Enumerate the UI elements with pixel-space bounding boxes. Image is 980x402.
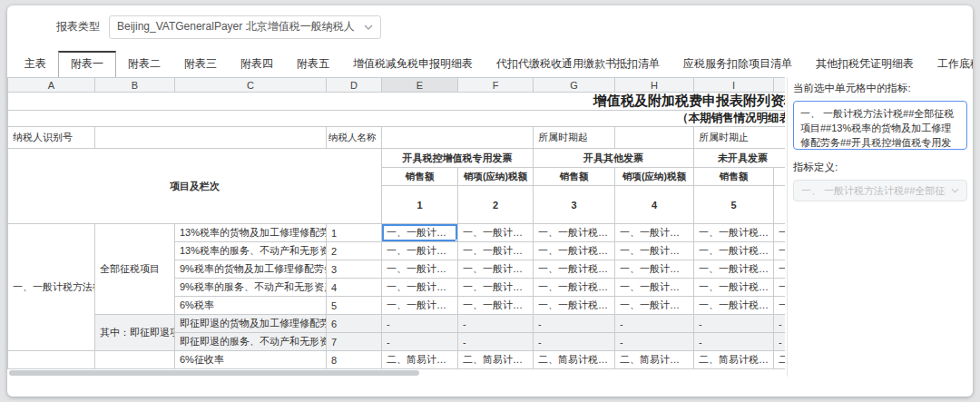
data-cell-link[interactable]: 一、一般计税方... (694, 260, 774, 279)
data-cell-dash[interactable]: - (534, 315, 615, 333)
output-tax-header[interactable]: 销项(应纳)税额 (458, 168, 534, 186)
data-cell-link[interactable]: 一、一般计税方... (615, 260, 694, 279)
column-number[interactable]: 3 (534, 186, 615, 224)
data-cell-link[interactable]: 一、一般计税方... (694, 297, 774, 315)
output-tax-header[interactable]: 销项(应纳)税额 (615, 168, 694, 186)
items-and-rows-header[interactable]: 项目及栏次 (8, 149, 382, 224)
data-cell-link-partial[interactable]: 一、一般计税方... (774, 242, 786, 260)
row-number[interactable]: 1 (327, 224, 382, 242)
column-header-a[interactable]: A (8, 78, 95, 93)
data-cell-dash-partial[interactable]: - (774, 333, 786, 351)
data-cell-link[interactable]: 一、一般计税方... (694, 279, 774, 297)
section-general-tax[interactable]: 一、一般计税方法征税 (8, 224, 95, 351)
data-cell-link-partial[interactable]: 一、一般计税方... (774, 279, 786, 297)
group-special-invoice-header[interactable]: 开具税控增值税专用发票 (382, 149, 534, 168)
data-cell-link[interactable]: 二、简易计税方... (458, 351, 534, 369)
row-label[interactable]: 13%税率的货物及加工修理修配劳务 (175, 224, 327, 242)
sub-header-partial[interactable] (774, 168, 786, 186)
data-cell-link[interactable]: 一、一般计税方... (534, 279, 615, 297)
data-cell-link-partial[interactable]: 二、简易计税方... (774, 351, 786, 369)
data-cell-link-partial[interactable]: 一、一般计税方... (774, 297, 786, 315)
section-all-taxable[interactable]: 全部征税项目 (95, 224, 175, 315)
column-number[interactable]: 4 (615, 186, 694, 224)
data-cell-link[interactable]: 一、一般计税方... (458, 279, 534, 297)
taxpayer-name-label[interactable]: 纳税人名称 (327, 127, 382, 149)
column-header-i[interactable]: I (694, 78, 774, 93)
tab-main-sheet[interactable]: 主表 (13, 51, 58, 77)
group-no-invoice-header[interactable]: 未开具发票 (694, 149, 786, 168)
sales-amount-header[interactable]: 销售额 (534, 168, 615, 186)
row-number[interactable]: 8 (327, 351, 382, 369)
column-number[interactable]: 5 (694, 186, 774, 224)
indicator-textarea[interactable]: 一、 一般计税方法计税##全部征税项目##13%税率的货物及加工修理修配劳务##… (793, 101, 967, 150)
data-cell-link[interactable]: 一、一般计税方... (458, 242, 534, 260)
data-cell-link[interactable]: 一、一般计税方... (534, 260, 615, 279)
row-label[interactable]: 6%征收率 (175, 351, 327, 369)
data-cell-dash[interactable]: - (382, 315, 458, 333)
period-start-value-cell[interactable] (615, 127, 694, 149)
section-refund[interactable]: 其中：即征即退项目 (95, 315, 175, 351)
data-cell-link[interactable]: 一、一般计税方... (458, 224, 534, 242)
row-number[interactable]: 5 (327, 297, 382, 315)
tab-appendix-5[interactable]: 附表五 (285, 51, 341, 77)
data-cell-link[interactable]: 二、简易计税方... (382, 351, 458, 369)
data-cell-link-partial[interactable]: 一、一般计税方... (774, 260, 786, 279)
group-other-invoice-header[interactable]: 开具其他发票 (534, 149, 694, 168)
tab-withholding-deduction-list[interactable]: 代扣代缴税收通用缴款书抵扣清单 (485, 51, 671, 77)
data-cell-link[interactable]: 一、一般计税方... (615, 297, 694, 315)
report-type-select[interactable]: Beijing_VATGeneralPayer 北京增值税一般纳税人，适用于通用… (109, 15, 381, 39)
tab-appendix-2[interactable]: 附表二 (116, 51, 172, 77)
row-number[interactable]: 7 (327, 333, 382, 351)
column-header-c[interactable]: C (175, 78, 327, 93)
column-header-partial[interactable] (774, 78, 786, 93)
column-number[interactable]: 2 (458, 186, 534, 224)
data-cell-dash[interactable]: - (615, 315, 694, 333)
row-number[interactable]: 2 (327, 242, 382, 260)
row-label[interactable]: 即征即退的服务、不动产和无形资产 (175, 333, 327, 351)
data-cell-link[interactable]: 二、简易计税方... (534, 351, 615, 369)
row-label[interactable]: 9%税率的货物及加工修理修配劳务 (175, 260, 327, 279)
sales-amount-header[interactable]: 销售额 (382, 168, 458, 186)
taxpayer-id-value-cell[interactable] (95, 127, 327, 149)
data-cell-dash[interactable]: - (458, 315, 534, 333)
taxpayer-name-value-cell[interactable] (382, 127, 534, 149)
title-row[interactable]: 增值税及附加税费申报表附列资料（一） (8, 93, 786, 111)
column-header-f[interactable]: F (458, 78, 534, 93)
data-cell-link[interactable]: 二、简易计税方... (694, 351, 774, 369)
column-header-g[interactable]: G (534, 78, 615, 93)
tab-worksheet[interactable]: 工作底稿 (926, 51, 973, 77)
data-cell-dash[interactable]: - (694, 315, 774, 333)
column-header-h[interactable]: H (615, 78, 694, 93)
row-label[interactable]: 9%税率的服务、不动产和无形资产 (175, 279, 327, 297)
tab-appendix-1[interactable]: 附表一 (58, 51, 116, 78)
row-number[interactable]: 3 (327, 260, 382, 279)
period-end-label[interactable]: 所属时期止 (694, 127, 786, 149)
data-cell-dash[interactable]: - (694, 333, 774, 351)
section-next-partial[interactable] (8, 351, 95, 369)
row-label[interactable]: 即征即退的货物及加工修理修配劳务 (175, 315, 327, 333)
data-cell-link[interactable]: 一、一般计税方... (534, 224, 615, 242)
column-number[interactable]: 1 (382, 186, 458, 224)
row-label[interactable]: 6%税率 (175, 297, 327, 315)
selected-cell[interactable]: 一、一般计税方... (382, 224, 458, 242)
data-cell-link[interactable]: 一、一般计税方... (615, 242, 694, 260)
data-cell-link[interactable]: 二、简易计税方... (615, 351, 694, 369)
row-label[interactable]: 13%税率的服务、不动产和无形资产 (175, 242, 327, 260)
tab-appendix-3[interactable]: 附表三 (172, 51, 229, 77)
data-cell-link[interactable]: 一、一般计税方... (382, 260, 458, 279)
column-header-b[interactable]: B (95, 78, 175, 93)
row-number[interactable]: 4 (327, 279, 382, 297)
period-start-label[interactable]: 所属时期起 (534, 127, 615, 149)
section-next-sub-partial[interactable] (95, 351, 175, 369)
tab-taxable-service-deduction-list[interactable]: 应税服务扣除项目清单 (671, 51, 804, 77)
data-cell-dash[interactable]: - (534, 333, 615, 351)
data-cell-link[interactable]: 一、一般计税方... (534, 242, 615, 260)
column-header-d[interactable]: D (327, 78, 382, 93)
row-number[interactable]: 6 (327, 315, 382, 333)
column-header-e[interactable]: E (382, 78, 458, 93)
tab-other-tax-voucher-detail[interactable]: 其他扣税凭证明细表 (804, 51, 926, 77)
data-cell-link[interactable]: 一、一般计税方... (458, 260, 534, 279)
data-cell-link[interactable]: 一、一般计税方... (694, 224, 774, 242)
data-cell-link[interactable]: 一、一般计税方... (382, 242, 458, 260)
data-cell-link[interactable]: 一、一般计税方... (534, 297, 615, 315)
